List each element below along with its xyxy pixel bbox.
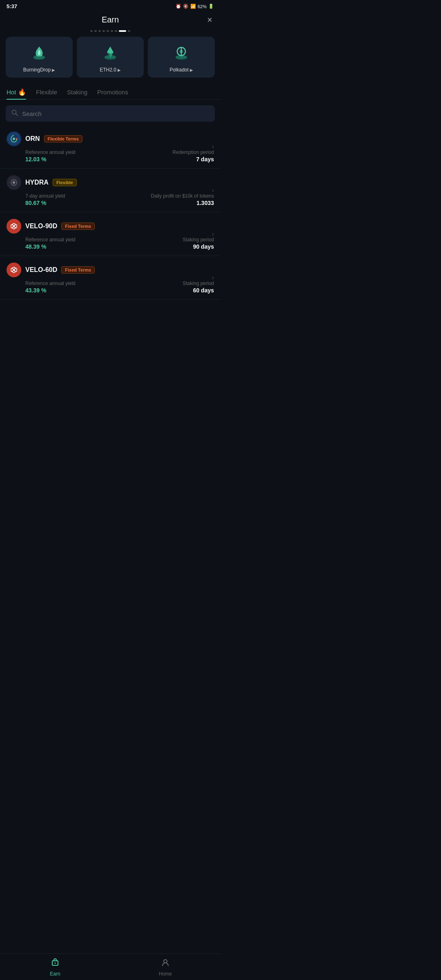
hydra-stat2-value: 1.3033 bbox=[151, 200, 214, 206]
status-time: 5:37 bbox=[7, 3, 17, 9]
tab-hot[interactable]: Hot 🔥 bbox=[7, 84, 26, 99]
earn-item-velo60d-header: VELO-60D Fixed Terms bbox=[7, 263, 214, 277]
earn-item-orn[interactable]: ORN Flexible Terms Reference annual yiel… bbox=[0, 125, 220, 169]
page-dots-indicator bbox=[0, 29, 220, 37]
polkadot-label: Polkadot ▶ bbox=[169, 67, 193, 73]
velo60d-coin-name: VELO-60D bbox=[25, 266, 57, 274]
velo90d-stat2-label: Staking period bbox=[183, 237, 214, 243]
feature-cards-container: BurningDrop ▶ ETH2.0 ▶ bbox=[0, 37, 220, 84]
velo60d-coin-icon bbox=[7, 263, 21, 277]
earn-list: ORN Flexible Terms Reference annual yiel… bbox=[0, 125, 220, 332]
svg-point-21 bbox=[13, 138, 15, 140]
tab-staking[interactable]: Staking bbox=[67, 84, 87, 99]
earn-item-orn-header: ORN Flexible Terms bbox=[7, 131, 214, 146]
velo90d-stat1-value: 48.39 % bbox=[25, 243, 76, 250]
orn-stat2-value: 7 days bbox=[173, 156, 214, 163]
tab-staking-label: Staking bbox=[67, 89, 87, 96]
dot-2 bbox=[94, 30, 97, 32]
page-title: Earn bbox=[102, 15, 119, 24]
velo90d-stat-right: Staking period 90 days bbox=[183, 237, 214, 250]
hydra-stats: 7-day annual yield 80.67 % Daily profit … bbox=[7, 193, 214, 206]
tabs-container: Hot 🔥 Flexible Staking Promotions bbox=[0, 84, 220, 100]
orn-stat-left: Reference annual yield 12.03 % bbox=[25, 149, 76, 163]
velo90d-stats: Reference annual yield 48.39 % Staking p… bbox=[7, 237, 214, 250]
velo60d-stat2-value: 60 days bbox=[183, 287, 214, 294]
hydra-stat2-label: Daily profit on $10k of tokens bbox=[151, 193, 214, 199]
hydra-stat1-label: 7-day annual yield bbox=[25, 193, 65, 199]
earn-item-hydra-header: HYDRA Flexible bbox=[7, 175, 214, 190]
velo90d-coin-icon bbox=[7, 219, 21, 234]
search-bar[interactable] bbox=[6, 105, 215, 122]
feature-card-eth20[interactable]: ETH2.0 ▶ bbox=[77, 37, 144, 78]
eth20-label: ETH2.0 ▶ bbox=[100, 67, 121, 73]
velo60d-stat1-value: 43.39 % bbox=[25, 287, 76, 294]
hydra-stat1-value: 80.67 % bbox=[25, 200, 65, 206]
dot-1 bbox=[90, 30, 93, 32]
tab-promotions-label: Promotions bbox=[97, 89, 128, 96]
velo90d-chevron-icon: › bbox=[212, 230, 214, 238]
velo90d-stat-left: Reference annual yield 48.39 % bbox=[25, 237, 76, 250]
signal-icon: 📶 bbox=[190, 4, 196, 9]
hydra-stat-right: Daily profit on $10k of tokens 1.3033 bbox=[151, 193, 214, 206]
svg-point-22 bbox=[16, 138, 18, 140]
dot-8-active bbox=[119, 30, 126, 32]
feature-card-polkadot[interactable]: Polkadot ▶ bbox=[148, 37, 215, 78]
orn-badge: Flexible Terms bbox=[44, 135, 82, 143]
dot-3 bbox=[98, 30, 101, 32]
hydra-chevron-icon: › bbox=[212, 187, 214, 194]
dot-5 bbox=[107, 30, 109, 32]
orn-chevron-icon: › bbox=[212, 143, 214, 150]
status-icons: ⏰ 🔇 📶 62% 🔋 bbox=[176, 4, 214, 9]
tab-flexible-label: Flexible bbox=[36, 89, 57, 96]
search-input[interactable] bbox=[22, 110, 209, 117]
velo60d-stat-left: Reference annual yield 43.39 % bbox=[25, 281, 76, 294]
earn-item-velo60d[interactable]: VELO-60D Fixed Terms Reference annual yi… bbox=[0, 256, 220, 300]
status-bar: 5:37 ⏰ 🔇 📶 62% 🔋 bbox=[0, 0, 220, 11]
dot-4 bbox=[102, 30, 105, 32]
velo60d-stats: Reference annual yield 43.39 % Staking p… bbox=[7, 281, 214, 294]
burningdrop-icon bbox=[29, 42, 50, 64]
eth20-icon bbox=[100, 42, 121, 64]
orn-stats: Reference annual yield 12.03 % Redemptio… bbox=[7, 149, 214, 163]
velo90d-coin-name: VELO-90D bbox=[25, 223, 57, 230]
orn-stat1-label: Reference annual yield bbox=[25, 149, 76, 155]
orn-stat-right: Redemption period 7 days bbox=[173, 149, 214, 163]
velo60d-chevron-icon: › bbox=[212, 274, 214, 281]
feature-card-burningdrop[interactable]: BurningDrop ▶ bbox=[6, 37, 73, 78]
close-button[interactable]: × bbox=[207, 15, 212, 25]
hydra-stat-left: 7-day annual yield 80.67 % bbox=[25, 193, 65, 206]
velo90d-stat2-value: 90 days bbox=[183, 243, 214, 250]
search-icon bbox=[11, 109, 18, 118]
orn-coin-name: ORN bbox=[25, 135, 40, 143]
tab-flexible[interactable]: Flexible bbox=[36, 84, 57, 99]
hydra-coin-icon bbox=[7, 175, 21, 190]
alarm-icon: ⏰ bbox=[176, 4, 181, 9]
orn-stat2-label: Redemption period bbox=[173, 149, 214, 155]
velo60d-stat1-label: Reference annual yield bbox=[25, 281, 76, 286]
dot-6 bbox=[111, 30, 113, 32]
tab-hot-label: Hot bbox=[7, 89, 16, 96]
velo60d-badge: Fixed Terms bbox=[61, 266, 95, 274]
polkadot-icon bbox=[171, 42, 192, 64]
velo60d-stat2-label: Staking period bbox=[183, 281, 214, 286]
svg-line-19 bbox=[16, 114, 18, 116]
tab-promotions[interactable]: Promotions bbox=[97, 84, 128, 99]
svg-point-25 bbox=[13, 181, 15, 184]
orn-coin-icon bbox=[7, 131, 21, 146]
velo90d-stat1-label: Reference annual yield bbox=[25, 237, 76, 243]
battery-icon: 🔋 bbox=[208, 4, 214, 9]
dot-7 bbox=[115, 30, 117, 32]
dot-9 bbox=[128, 30, 130, 32]
orn-stat1-value: 12.03 % bbox=[25, 156, 76, 163]
hydra-coin-name: HYDRA bbox=[25, 179, 49, 186]
battery-label: 62% bbox=[198, 4, 207, 9]
earn-item-hydra[interactable]: HYDRA Flexible 7-day annual yield 80.67 … bbox=[0, 169, 220, 212]
velo60d-stat-right: Staking period 60 days bbox=[183, 281, 214, 294]
fire-icon: 🔥 bbox=[18, 88, 26, 96]
mute-icon: 🔇 bbox=[183, 4, 189, 9]
page-header: Earn × bbox=[0, 11, 220, 29]
velo90d-badge: Fixed Terms bbox=[61, 223, 95, 230]
earn-item-velo90d-header: VELO-90D Fixed Terms bbox=[7, 219, 214, 234]
burningdrop-label: BurningDrop ▶ bbox=[23, 67, 55, 73]
earn-item-velo90d[interactable]: VELO-90D Fixed Terms Reference annual yi… bbox=[0, 212, 220, 256]
